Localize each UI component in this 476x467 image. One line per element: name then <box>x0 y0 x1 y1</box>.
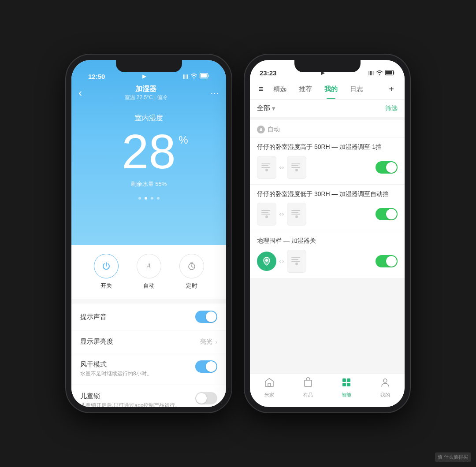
rule-2-title: 仔仔的卧室湿度低于 30RH — 加湿器调至自动挡 <box>257 190 398 199</box>
toggle-rule-1[interactable] <box>376 161 398 174</box>
filter-label: 全部 <box>257 104 270 112</box>
svg-point-13 <box>383 379 387 382</box>
filter-left[interactable]: 全部 ▾ <box>257 104 275 112</box>
setting-wind-dry-desc: 水量不足时继续运行约8小时。 <box>80 370 152 378</box>
nav-home-label: 米家 <box>264 392 274 398</box>
nav-bar-left: ‹ 加湿器 室温 22.5°C | 偏冷 ⋯ <box>78 83 219 105</box>
rule-1-devices: ⇔ <box>257 156 398 179</box>
toggle-child-lock[interactable] <box>195 392 217 404</box>
right-phone: 23:23 ▶ |||| <box>245 55 410 412</box>
device-icon-2b <box>287 203 306 226</box>
tab-recommend[interactable]: 推荐 <box>293 80 318 99</box>
toggle-rule-3[interactable] <box>376 255 398 267</box>
rule-3-title: 地理围栏 — 加湿器关 <box>257 237 398 245</box>
setting-child-lock-desc: 儿童锁开启后,只可通过app控制产品运行。 <box>80 402 180 407</box>
notch-right <box>294 60 361 72</box>
white-section: 开关 A 自动 <box>71 245 226 407</box>
link-icon-3: ⇔ <box>279 258 284 265</box>
tab-add[interactable]: + <box>385 81 398 98</box>
tab-log[interactable]: 日志 <box>344 80 369 99</box>
setting-brightness-left: 显示屏亮度 <box>80 337 113 346</box>
nav-smart-label: 智能 <box>342 392 351 398</box>
setting-child-lock-left: 儿童锁 儿童锁开启后,只可通过app控制产品运行。 <box>80 392 180 407</box>
battery-icon-left <box>200 73 209 79</box>
dot-2 <box>145 197 147 200</box>
dot-3 <box>151 197 153 200</box>
humidity-label: 室内湿度 <box>135 114 163 123</box>
device-icon-1a <box>257 156 276 179</box>
bottom-nav: 米家 有品 <box>250 373 405 407</box>
device-icon-2a <box>257 203 276 226</box>
setting-child-lock-name: 儿童锁 <box>80 392 180 400</box>
nav-shop-label: 有品 <box>303 392 313 398</box>
status-icons-left: |||| <box>183 73 209 79</box>
home-icon <box>264 377 275 390</box>
automation-rule-3[interactable]: 地理围栏 — 加湿器关 ⇔ <box>250 231 405 278</box>
svg-rect-8 <box>305 380 312 386</box>
rule-2-devices: ⇔ <box>257 203 398 226</box>
svg-rect-10 <box>347 378 350 382</box>
signal-icon-right: |||| <box>368 70 374 75</box>
automation-rule-1[interactable]: 仔仔的卧室湿度高于 50RH — 加湿器调至 1挡 ⇔ <box>250 137 405 184</box>
setting-sound-left: 提示声音 <box>80 313 107 321</box>
svg-rect-7 <box>268 383 271 386</box>
setting-wind-dry[interactable]: 风干模式 水量不足时继续运行约8小时。 <box>71 353 226 385</box>
signal-icon-left: |||| <box>183 74 188 79</box>
battery-icon-right <box>385 69 395 77</box>
timer-button[interactable]: 定时 <box>179 254 204 290</box>
humidity-value: 28 <box>122 127 175 176</box>
toggle-rule-2[interactable] <box>376 208 398 220</box>
dot-4 <box>157 197 160 200</box>
automation-rule-2[interactable]: 仔仔的卧室湿度低于 30RH — 加湿器调至自动挡 ⇔ <box>250 184 405 231</box>
svg-rect-9 <box>342 378 346 382</box>
setting-sound-name: 提示声音 <box>80 313 107 321</box>
svg-rect-5 <box>260 130 262 131</box>
time-left: 12:50 <box>88 73 105 80</box>
smart-icon <box>341 377 352 390</box>
rule-1-title: 仔仔的卧室湿度高于 50RH — 加湿器调至 1挡 <box>257 143 398 152</box>
device-title: 加湿器 <box>125 85 168 94</box>
nav-smart[interactable]: 智能 <box>341 377 352 398</box>
power-icon-circle <box>94 254 119 278</box>
setting-brightness[interactable]: 显示屏亮度 亮光 › <box>71 330 226 353</box>
nav-profile-label: 我的 <box>380 392 390 398</box>
more-button[interactable]: ⋯ <box>210 88 219 98</box>
nav-shop[interactable]: 有品 <box>303 377 313 398</box>
auto-button[interactable]: A 自动 <box>137 254 161 290</box>
setting-sound[interactable]: 提示声音 <box>71 304 226 330</box>
dot-1 <box>138 197 141 200</box>
auto-icon-circle: A <box>137 254 161 278</box>
brightness-value: 亮光 <box>200 338 212 346</box>
nav-profile[interactable]: 我的 <box>380 377 390 398</box>
device-icon-3b <box>287 250 306 273</box>
wifi-icon-left <box>190 73 197 79</box>
device-icon-1b <box>287 156 306 179</box>
humidity-display: 28 % <box>122 127 175 176</box>
automation-section: 自动 仔仔的卧室湿度高于 50RH — 加湿器调至 1挡 <box>250 120 405 278</box>
link-icon-2: ⇔ <box>279 211 284 218</box>
toggle-wind-dry[interactable] <box>195 360 217 373</box>
filter-button[interactable]: 筛选 <box>385 104 398 112</box>
tab-menu-icon[interactable]: ≡ <box>257 79 265 99</box>
setting-child-lock[interactable]: 儿童锁 儿童锁开启后,只可通过app控制产品运行。 <box>71 385 226 407</box>
power-button[interactable]: 开关 <box>94 254 119 290</box>
tab-mine[interactable]: 我的 <box>318 80 344 99</box>
tab-featured[interactable]: 精选 <box>267 80 293 99</box>
link-icon-1: ⇔ <box>279 164 284 171</box>
right-phone-screen: 23:23 ▶ |||| <box>250 60 405 407</box>
chevron-brightness: › <box>215 338 217 345</box>
watermark: 值 什么值得买 <box>435 452 471 462</box>
header-blue: 12:50 ▶ |||| <box>71 60 226 245</box>
power-label: 开关 <box>100 282 112 290</box>
dots-row <box>78 197 219 200</box>
back-button-left[interactable]: ‹ <box>78 87 82 99</box>
nav-home[interactable]: 米家 <box>264 377 275 398</box>
shop-icon <box>303 377 313 390</box>
toggle-sound[interactable] <box>195 311 217 323</box>
filter-bar: 全部 ▾ 筛选 <box>250 100 405 117</box>
automation-section-title: 自动 <box>250 120 405 137</box>
automation-title-label: 自动 <box>268 126 280 133</box>
setting-brightness-right: 亮光 › <box>200 338 217 346</box>
time-right: 23:23 <box>260 69 276 77</box>
setting-brightness-name: 显示屏亮度 <box>80 337 113 346</box>
